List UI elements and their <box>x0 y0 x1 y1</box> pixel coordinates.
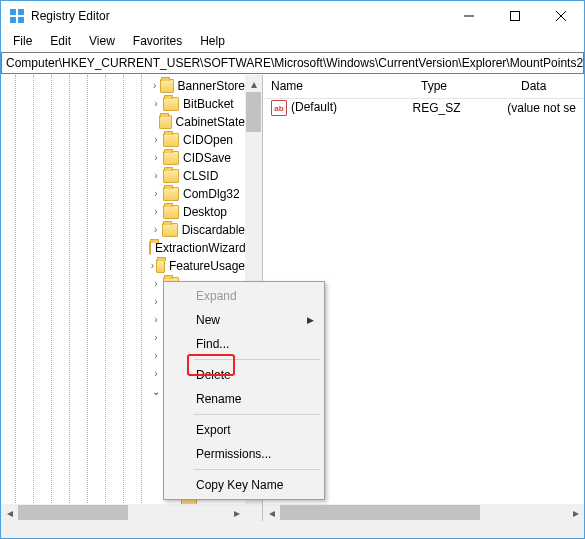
expand-icon[interactable]: › <box>149 153 163 163</box>
ctx-export-label: Export <box>196 423 231 437</box>
tree-item-label: Desktop <box>183 205 227 219</box>
ctx-find[interactable]: Find... <box>166 332 322 356</box>
svg-rect-1 <box>18 9 24 15</box>
svg-rect-0 <box>10 9 16 15</box>
scroll-right-icon[interactable]: ▸ <box>567 504 584 521</box>
context-menu: Expand New▶ Find... Delete Rename Export… <box>163 281 325 500</box>
ctx-separator <box>194 469 320 470</box>
folder-icon <box>159 115 171 129</box>
ctx-find-label: Find... <box>196 337 229 351</box>
tree-item-label: Discardable <box>182 223 245 237</box>
tree-item-label: CIDSave <box>183 151 231 165</box>
scroll-left-icon[interactable]: ◂ <box>1 504 18 521</box>
expand-icon[interactable]: › <box>149 189 163 199</box>
value-name: (Default) <box>291 100 337 114</box>
menu-edit[interactable]: Edit <box>42 32 79 50</box>
tree-item[interactable]: CabinetState <box>1 113 245 131</box>
tree-item[interactable]: ›FeatureUsage <box>1 257 245 275</box>
expand-icon[interactable]: › <box>149 261 156 271</box>
tree-item[interactable]: ExtractionWizard <box>1 239 245 257</box>
menu-view[interactable]: View <box>81 32 123 50</box>
expand-icon[interactable]: › <box>149 207 163 217</box>
tree-item[interactable]: ›CIDSave <box>1 149 245 167</box>
list-row[interactable]: ab(Default) REG_SZ (value not se <box>263 99 584 117</box>
submenu-arrow-icon: ▶ <box>307 315 314 325</box>
address-text: Computer\HKEY_CURRENT_USER\SOFTWARE\Micr… <box>6 56 584 70</box>
folder-icon <box>156 259 165 273</box>
expand-icon[interactable]: › <box>149 99 163 109</box>
folder-icon <box>163 97 179 111</box>
folder-icon <box>160 79 173 93</box>
tree-item[interactable]: ›Desktop <box>1 203 245 221</box>
folder-icon <box>162 223 177 237</box>
expand-icon[interactable]: › <box>149 351 163 361</box>
close-button[interactable] <box>538 1 584 31</box>
window-title: Registry Editor <box>31 9 446 23</box>
ctx-rename[interactable]: Rename <box>166 387 322 411</box>
list-header: Name Type Data <box>263 75 584 99</box>
folder-icon <box>163 133 179 147</box>
ctx-export[interactable]: Export <box>166 418 322 442</box>
column-data[interactable]: Data <box>513 75 584 98</box>
address-bar[interactable]: Computer\HKEY_CURRENT_USER\SOFTWARE\Micr… <box>1 52 584 74</box>
ctx-expand[interactable]: Expand <box>166 284 322 308</box>
tree-item-label: CIDOpen <box>183 133 233 147</box>
tree-item-label: BannerStore <box>178 79 245 93</box>
scroll-corner <box>245 504 262 521</box>
svg-rect-5 <box>511 12 520 21</box>
column-name[interactable]: Name <box>263 75 413 98</box>
app-icon <box>9 8 25 24</box>
folder-icon <box>163 169 179 183</box>
tree-item-label: ComDlg32 <box>183 187 240 201</box>
tree-item[interactable]: ›CLSID <box>1 167 245 185</box>
menu-file[interactable]: File <box>5 32 40 50</box>
scroll-up-icon[interactable]: ▴ <box>245 75 262 92</box>
expand-icon[interactable]: › <box>149 369 163 379</box>
minimize-button[interactable] <box>446 1 492 31</box>
svg-rect-3 <box>18 17 24 23</box>
ctx-expand-label: Expand <box>196 289 237 303</box>
ctx-permissions[interactable]: Permissions... <box>166 442 322 466</box>
expand-icon[interactable]: › <box>149 279 163 289</box>
string-value-icon: ab <box>271 100 287 116</box>
list-horizontal-scrollbar[interactable]: ◂ ▸ <box>263 504 584 521</box>
window-controls <box>446 1 584 31</box>
ctx-permissions-label: Permissions... <box>196 447 271 461</box>
expand-icon[interactable]: › <box>149 171 163 181</box>
menu-help[interactable]: Help <box>192 32 233 50</box>
tree-item[interactable]: ›Discardable <box>1 221 245 239</box>
expand-icon[interactable]: › <box>149 333 163 343</box>
folder-icon <box>163 151 179 165</box>
menu-favorites[interactable]: Favorites <box>125 32 190 50</box>
maximize-button[interactable] <box>492 1 538 31</box>
expand-icon[interactable]: › <box>149 135 163 145</box>
collapse-icon[interactable]: ⌄ <box>149 387 163 397</box>
tree-item[interactable]: ›BannerStore <box>1 77 245 95</box>
expand-icon[interactable]: › <box>149 81 160 91</box>
svg-rect-2 <box>10 17 16 23</box>
ctx-new[interactable]: New▶ <box>166 308 322 332</box>
ctx-new-label: New <box>196 313 220 327</box>
tree-horizontal-scrollbar[interactable]: ◂ ▸ <box>1 504 245 521</box>
ctx-separator <box>194 414 320 415</box>
tree-item-label: CabinetState <box>176 115 245 129</box>
expand-icon[interactable]: › <box>149 225 162 235</box>
ctx-rename-label: Rename <box>196 392 241 406</box>
tree-item[interactable]: ›BitBucket <box>1 95 245 113</box>
value-data: (value not se <box>499 101 584 115</box>
tree-item-label: FeatureUsage <box>169 259 245 273</box>
tree-item-label: BitBucket <box>183 97 234 111</box>
expand-icon[interactable]: › <box>149 297 163 307</box>
scroll-right-icon[interactable]: ▸ <box>228 504 245 521</box>
folder-icon <box>149 241 151 255</box>
folder-icon <box>163 205 179 219</box>
scroll-left-icon[interactable]: ◂ <box>263 504 280 521</box>
tree-item[interactable]: ›ComDlg32 <box>1 185 245 203</box>
column-type[interactable]: Type <box>413 75 513 98</box>
ctx-copy-label: Copy Key Name <box>196 478 283 492</box>
ctx-copy-key-name[interactable]: Copy Key Name <box>166 473 322 497</box>
tree-item[interactable]: ›CIDOpen <box>1 131 245 149</box>
folder-icon <box>163 187 179 201</box>
expand-icon[interactable]: › <box>149 315 163 325</box>
value-type: REG_SZ <box>405 101 500 115</box>
